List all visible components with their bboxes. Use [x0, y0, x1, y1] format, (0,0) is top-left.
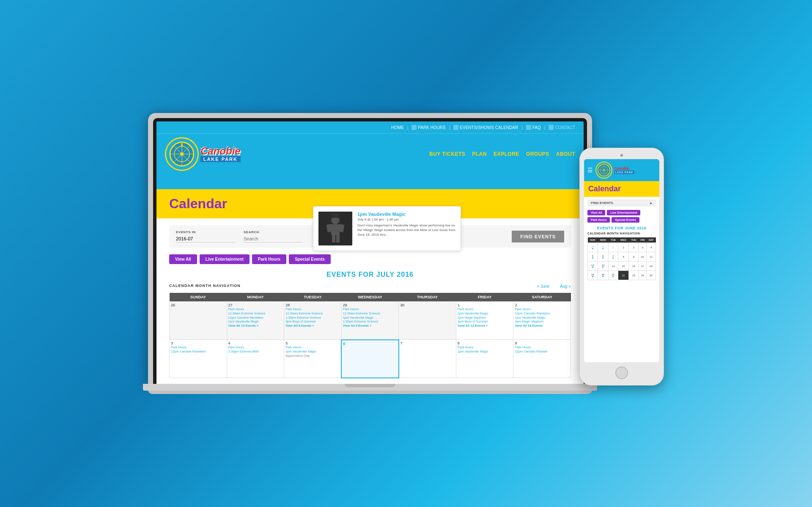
ph-cell-2: 2: [629, 243, 639, 252]
laptop: HOME | PARK HOURS | EVENT: [148, 113, 592, 394]
phone: ☰: [579, 148, 664, 386]
ph-col-sat: SAT: [647, 237, 656, 243]
phone-table-row: 12 13 14 15 16 17 18: [588, 262, 656, 271]
event-popup: 1pm Vaudeville Magic July 6 @ 1:00 pm - …: [313, 206, 461, 251]
top-nav-links: HOME | PARK HOURS | EVENT: [391, 125, 575, 130]
col-saturday: SATURDAY: [513, 293, 571, 302]
search-field: SEARCH: [244, 230, 303, 242]
nav-park-hours[interactable]: PARK HOURS: [411, 125, 445, 130]
ph-cell-22-active[interactable]: 22: [618, 271, 629, 280]
popup-title: 1pm Vaudeville Magic: [357, 212, 455, 217]
calendar-header-row: SUNDAY MONDAY TUESDAY WEDNESDAY THURSDAY…: [170, 293, 571, 302]
svg-rect-15: [332, 235, 335, 242]
events-in-input[interactable]: [176, 235, 235, 242]
nav-events-calendar[interactable]: EVENTS/SHOWS CALENDAR: [453, 125, 518, 130]
nav-home[interactable]: HOME: [391, 125, 404, 130]
phone-events-title: EVENTS FOR JUNE 2016: [587, 226, 656, 230]
ph-cell-13: 13: [598, 262, 609, 271]
find-events-button[interactable]: FIND EVENTS: [512, 231, 564, 242]
filter-park-hours[interactable]: Park Hours: [252, 254, 286, 264]
ph-cell-6: 6: [598, 252, 609, 262]
nav-contact[interactable]: CONTACT: [549, 125, 575, 130]
scene: HOME | PARK HOURS | EVENT: [131, 113, 681, 394]
main-nav: BUY TICKETS PLAN EXPLORE GROUPS ABOUT: [429, 151, 575, 157]
search-input[interactable]: [244, 235, 303, 242]
cal-cell-4: 4 Park Hours 2:30pm Extreme BMX: [227, 340, 284, 378]
cal-cell-5: 5 Park Hours 1pm Vaudeville Magic Apprec…: [284, 340, 342, 378]
events-title: EVENTS FOR JULY 2016: [169, 271, 571, 278]
ph-col-thu: THU: [629, 237, 639, 243]
search-label: SEARCH: [244, 230, 303, 234]
cal-cell-8: 8 Park Hours 1pm Vaudeville Magic: [456, 340, 513, 378]
ph-col-sun: SUN: [588, 237, 598, 243]
nav-groups[interactable]: GROUPS: [526, 151, 549, 157]
cal-cell-2: 2 Park Hours 12pm Canobie Ramblers 1pm V…: [513, 302, 571, 340]
email-icon: [549, 125, 554, 130]
calendar-icon2: [453, 125, 458, 130]
filter-buttons: View All Live Entertainment Park Hours S…: [169, 254, 571, 264]
month-nav: « June Aug »: [537, 282, 571, 289]
col-thursday: THURSDAY: [399, 293, 456, 302]
nav-faq[interactable]: FAQ: [526, 125, 541, 130]
ph-cell-11: 11: [647, 252, 656, 262]
calendar-nav-section: CALENDAR MONTH NAVIGATION « June Aug »: [169, 282, 571, 289]
nav-divider3: |: [521, 125, 523, 130]
ph-cell-7: 7: [609, 252, 618, 262]
nav-plan[interactable]: PLAN: [472, 151, 487, 157]
phone-logo-text-group: Canobie LAKE PARK: [614, 166, 634, 174]
ph-cell-29: 29: [588, 243, 598, 252]
ph-cell-20: 20: [598, 271, 609, 280]
filter-special-events[interactable]: Special Events: [289, 254, 331, 264]
phone-filter-special-events[interactable]: Special Events: [612, 217, 639, 223]
logo-canobie-text: Canobie: [200, 146, 241, 156]
svg-rect-11: [330, 213, 340, 214]
top-nav: HOME | PARK HOURS | EVENT: [156, 121, 584, 134]
ph-col-mon: MON: [598, 237, 609, 243]
nav-divider2: |: [449, 125, 450, 130]
logo-area: Canobie LAKE PARK: [165, 137, 241, 171]
nav-buy-tickets[interactable]: BUY TICKETS: [429, 151, 465, 157]
phone-find-events: FIND EVENTS ▲: [587, 199, 656, 207]
nav-about[interactable]: ABOUT: [556, 151, 575, 157]
phone-filter-live-entertainment[interactable]: Live Entertainment: [607, 210, 640, 215]
phone-filter-view-all[interactable]: View All: [587, 210, 605, 215]
filter-live-entertainment[interactable]: Live Entertainment: [200, 254, 250, 264]
prev-month[interactable]: « June: [537, 284, 549, 289]
phone-nav-title: CALENDAR MONTH NAVIGATION: [587, 232, 656, 235]
website: HOME | PARK HOURS | EVENT: [156, 121, 584, 384]
cal-cell-1: 1 Park Hours 1pm Vaudeville Magic 2pm Ma…: [456, 302, 513, 340]
col-sunday: SUNDAY: [170, 293, 227, 302]
table-row: 3 Park Hours 12pm Canobie Ramblers 4 Par…: [170, 340, 571, 378]
popup-date: July 6 @ 1:00 pm - 1:30 pm: [357, 218, 455, 221]
nav-explore[interactable]: EXPLORE: [494, 151, 519, 157]
popup-description: Don't miss Hagerman's Vaudeville Magic s…: [357, 223, 455, 237]
hamburger-icon[interactable]: ☰: [587, 167, 593, 174]
phone-logo-area: Canobie LAKE PARK: [595, 162, 634, 179]
events-in-field: EVENTS IN: [176, 230, 235, 242]
svg-rect-12: [331, 224, 340, 235]
phone-table-row: 5 6 7 8 9 10 11: [588, 252, 656, 262]
phone-top-bar: [584, 154, 659, 157]
ph-cell-9: 9: [629, 252, 639, 262]
phone-lake-park-text: LAKE PARK: [614, 171, 634, 174]
phone-home-button[interactable]: [615, 366, 628, 379]
ph-cell-31: 31: [609, 243, 618, 252]
logo-nav-row: Canobie LAKE PARK BUY TICKETS PLAN EXPLO…: [156, 134, 584, 174]
ph-cell-25: 25: [647, 271, 656, 280]
ph-cell-5: 5: [588, 252, 598, 262]
phone-site-header: ☰: [584, 159, 659, 181]
ph-col-fri: FRI: [639, 237, 647, 243]
ph-cell-15: 15: [618, 262, 629, 271]
phone-calendar-header: SUN MON TUE WED THU FRI SAT: [588, 237, 656, 243]
phone-calendar-table: SUN MON TUE WED THU FRI SAT 29: [587, 237, 656, 280]
next-month[interactable]: Aug »: [560, 284, 571, 289]
event-popup-image: [318, 212, 352, 245]
phone-filter-park-hours[interactable]: Park Hours: [587, 217, 610, 223]
phone-find-events-arrow: ▲: [649, 201, 653, 205]
filter-view-all[interactable]: View All: [169, 254, 197, 264]
events-in-label: EVENTS IN: [176, 230, 235, 234]
phone-table-row: 19 20 21 22 23 24 25: [588, 271, 656, 280]
nav-divider4: |: [544, 125, 546, 130]
cal-cell-6-active: 6: [341, 340, 399, 378]
svg-point-6: [180, 152, 184, 156]
